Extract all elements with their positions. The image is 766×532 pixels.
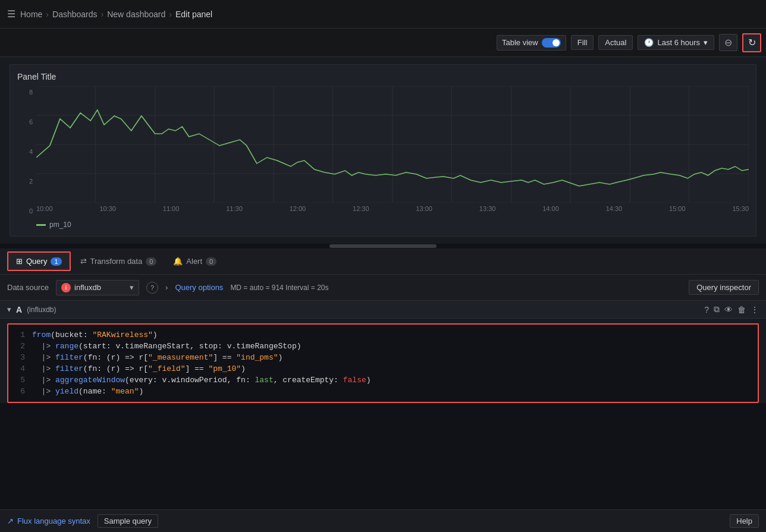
line-num-3: 3 bbox=[15, 353, 25, 362]
x-label-1500: 15:00 bbox=[669, 205, 686, 212]
top-nav: ☰ Home › Dashboards › New dashboard › Ed… bbox=[0, 0, 766, 29]
time-range-label: Last 6 hours bbox=[657, 38, 700, 47]
legend: pm_10 bbox=[17, 221, 749, 229]
line-num-6: 6 bbox=[15, 387, 25, 396]
query-id: A bbox=[16, 305, 22, 314]
external-link-icon: ↗ bbox=[7, 517, 14, 525]
eye-action-icon[interactable]: 👁 bbox=[724, 305, 733, 314]
delete-action-icon[interactable]: 🗑 bbox=[737, 305, 746, 314]
code-editor[interactable]: 1 from(bucket: "RAKwireless") 2 |> range… bbox=[7, 323, 759, 403]
scrollbar-thumb[interactable] bbox=[329, 244, 437, 248]
panel-title: Panel Title bbox=[17, 72, 749, 81]
x-label-1100: 11:00 bbox=[163, 205, 180, 212]
y-label-8: 8 bbox=[17, 89, 35, 96]
zoom-out-button[interactable]: ⊖ bbox=[719, 34, 737, 51]
breadcrumb-dashboards[interactable]: Dashboards bbox=[52, 10, 98, 19]
tab-alert[interactable]: 🔔 Alert 0 bbox=[166, 253, 224, 269]
actual-button[interactable]: Actual bbox=[598, 35, 633, 50]
transform-badge: 0 bbox=[146, 257, 156, 266]
line-num-1: 1 bbox=[15, 330, 25, 339]
clock-icon: 🕐 bbox=[644, 38, 654, 47]
x-axis: 10:00 10:30 11:00 11:30 12:00 12:30 13:0… bbox=[36, 203, 749, 217]
line-num-4: 4 bbox=[15, 364, 25, 373]
x-label-1230: 12:30 bbox=[353, 205, 369, 212]
bottom-bar: ↗ Flux language syntax Sample query Help bbox=[0, 509, 766, 532]
sample-query-button[interactable]: Sample query bbox=[98, 514, 158, 528]
x-label-1000: 10:00 bbox=[36, 205, 53, 212]
chevron-down-icon: ▾ bbox=[704, 38, 708, 47]
breadcrumb: Home › Dashboards › New dashboard › Edit… bbox=[20, 10, 212, 19]
query-row-header: ▾ A (influxdb) ? ⧉ 👁 🗑 ⋮ bbox=[0, 301, 766, 319]
breadcrumb-edit-panel: Edit panel bbox=[175, 10, 212, 19]
row-actions: ? ⧉ 👁 🗑 ⋮ bbox=[704, 304, 759, 314]
code-line-4: 4 |> filter(fn: (r) => r["_field"] == "p… bbox=[8, 363, 758, 374]
toggle-thumb bbox=[552, 39, 560, 46]
datasource-label: Data source bbox=[7, 283, 49, 292]
query-options-link[interactable]: Query options bbox=[175, 283, 223, 292]
code-line-2: 2 |> range(start: v.timeRangeStart, stop… bbox=[8, 341, 758, 352]
line-code-3: |> filter(fn: (r) => r["_measurement"] =… bbox=[32, 353, 282, 362]
help-button[interactable]: Help bbox=[730, 514, 759, 528]
tab-query[interactable]: ⊞ Query 1 bbox=[8, 253, 70, 270]
time-range-picker[interactable]: 🕐 Last 6 hours ▾ bbox=[638, 35, 714, 50]
chart-svg bbox=[36, 86, 749, 203]
code-line-5: 5 |> aggregateWindow(every: v.windowPeri… bbox=[8, 374, 758, 386]
refresh-button[interactable]: ↻ bbox=[742, 33, 761, 52]
help-action-icon[interactable]: ? bbox=[704, 305, 709, 314]
breadcrumb-new-dashboard[interactable]: New dashboard bbox=[107, 10, 165, 19]
x-label-1400: 14:00 bbox=[542, 205, 559, 212]
line-num-2: 2 bbox=[15, 342, 25, 351]
query-options-bar: Data source i influxdb ▾ ? › Query optio… bbox=[0, 275, 766, 301]
breadcrumb-home[interactable]: Home bbox=[20, 10, 42, 19]
collapse-button[interactable]: ▾ bbox=[7, 305, 11, 314]
chart-inner bbox=[36, 86, 749, 203]
datasource-select[interactable]: i influxdb ▾ bbox=[56, 280, 139, 295]
transform-label: Transform data bbox=[90, 257, 143, 266]
legend-label: pm_10 bbox=[49, 221, 71, 229]
toggle-track bbox=[542, 38, 561, 48]
query-inspector-button[interactable]: Query inspector bbox=[689, 280, 759, 295]
line-code-1: from(bucket: "RAKwireless") bbox=[32, 330, 158, 339]
line-num-5: 5 bbox=[15, 376, 25, 385]
query-datasource-tag: (influxdb) bbox=[27, 306, 56, 314]
flux-syntax-link[interactable]: ↗ Flux language syntax bbox=[7, 517, 90, 525]
code-line-1: 1 from(bucket: "RAKwireless") bbox=[8, 329, 758, 341]
alert-label: Alert bbox=[186, 257, 202, 266]
x-label-1330: 13:30 bbox=[479, 205, 496, 212]
query-tab-icon: ⊞ bbox=[16, 257, 23, 266]
x-label-1200: 12:00 bbox=[290, 205, 306, 212]
x-label-1130: 11:30 bbox=[226, 205, 243, 212]
scrollbar-area[interactable] bbox=[0, 244, 766, 248]
query-tab-label: Query bbox=[26, 257, 47, 266]
y-label-2: 2 bbox=[17, 178, 35, 185]
line-code-2: |> range(start: v.timeRangeStart, stop: … bbox=[32, 342, 302, 351]
arrow-right-icon: › bbox=[165, 283, 168, 292]
line-code-6: |> yield(name: "mean") bbox=[32, 387, 143, 396]
chart-container: Panel Title 8 6 4 2 0 bbox=[0, 57, 766, 244]
info-icon[interactable]: ? bbox=[146, 282, 158, 294]
y-label-0: 0 bbox=[17, 207, 35, 215]
tab-transform[interactable]: ⇄ Transform data 0 bbox=[73, 253, 164, 269]
fill-button[interactable]: Fill bbox=[571, 35, 594, 50]
toolbar: Table view Fill Actual 🕐 Last 6 hours ▾ … bbox=[0, 29, 766, 57]
query-tabs: ⊞ Query 1 ⇄ Transform data 0 🔔 Alert 0 bbox=[0, 248, 766, 275]
y-label-4: 4 bbox=[17, 148, 35, 155]
code-line-3: 3 |> filter(fn: (r) => r["_measurement"]… bbox=[8, 352, 758, 363]
copy-action-icon[interactable]: ⧉ bbox=[714, 304, 720, 314]
panel-wrapper: Panel Title 8 6 4 2 0 bbox=[10, 64, 756, 237]
line-code-4: |> filter(fn: (r) => r["_field"] == "pm_… bbox=[32, 364, 246, 373]
chart-area: 8 6 4 2 0 bbox=[17, 86, 749, 217]
x-label-1300: 13:00 bbox=[416, 205, 432, 212]
query-editor-section: ▾ A (influxdb) ? ⧉ 👁 🗑 ⋮ 1 from(bucket: … bbox=[0, 301, 766, 403]
flux-syntax-label: Flux language syntax bbox=[17, 517, 90, 525]
breadcrumb-sep-3: › bbox=[169, 10, 172, 19]
active-tab-wrapper: ⊞ Query 1 bbox=[7, 251, 71, 271]
table-view-toggle[interactable]: Table view bbox=[497, 35, 566, 51]
datasource-chevron: ▾ bbox=[130, 283, 134, 292]
query-badge: 1 bbox=[51, 257, 61, 266]
hamburger-icon[interactable]: ☰ bbox=[7, 8, 15, 20]
more-action-icon[interactable]: ⋮ bbox=[751, 305, 759, 314]
breadcrumb-sep-1: › bbox=[46, 10, 49, 19]
table-view-label: Table view bbox=[502, 38, 538, 47]
y-label-6: 6 bbox=[17, 118, 35, 125]
